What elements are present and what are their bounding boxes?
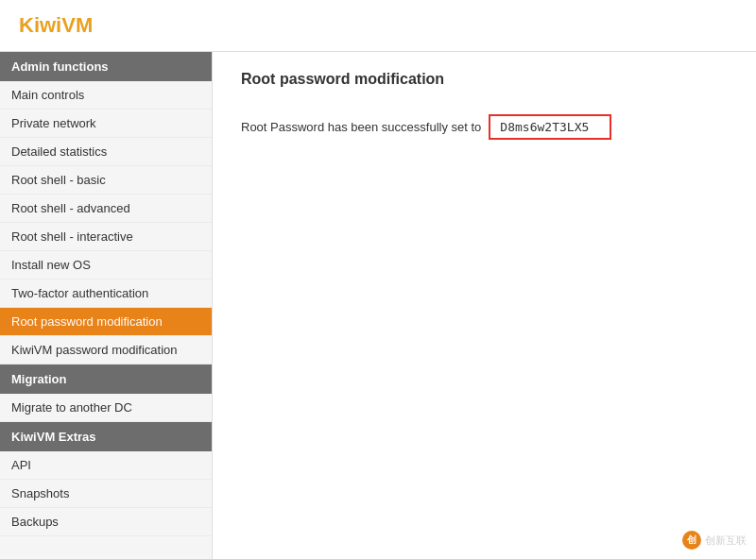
sidebar-section-migration: Migration (0, 364, 212, 394)
sidebar-item-root-shell-basic[interactable]: Root shell - basic (0, 166, 212, 195)
sidebar-item-root-shell-advanced[interactable]: Root shell - advanced (0, 195, 212, 223)
logo: KiwiVM (19, 13, 93, 38)
sidebar-item-two-factor-auth[interactable]: Two-factor authentication (0, 280, 212, 308)
password-value: D8ms6w2T3LX5 (489, 114, 611, 140)
header: KiwiVM (0, 0, 756, 52)
watermark-icon: 创 (682, 531, 701, 550)
page-title: Root password modification (241, 71, 728, 97)
sidebar-item-kiwi-password-modification[interactable]: KiwiVM password modification (0, 336, 212, 364)
sidebar-item-api[interactable]: API (0, 451, 212, 480)
sidebar-item-snapshots[interactable]: Snapshots (0, 480, 212, 508)
main-layout: Admin functions Main controls Private ne… (0, 52, 756, 559)
sidebar-item-backups[interactable]: Backups (0, 508, 212, 536)
success-message: Root Password has been successfully set … (241, 114, 728, 140)
sidebar: Admin functions Main controls Private ne… (0, 52, 213, 559)
sidebar-item-root-shell-interactive[interactable]: Root shell - interactive (0, 223, 212, 251)
sidebar-section-kiwi-extras: KiwiVM Extras (0, 422, 212, 451)
sidebar-item-detailed-statistics[interactable]: Detailed statistics (0, 138, 212, 166)
sidebar-item-migrate-to-dc[interactable]: Migrate to another DC (0, 394, 212, 422)
sidebar-item-main-controls[interactable]: Main controls (0, 81, 212, 110)
watermark-text: 创新互联 (705, 534, 747, 548)
content-area: Root password modification Root Password… (213, 52, 756, 559)
sidebar-item-root-password-modification[interactable]: Root password modification (0, 308, 212, 336)
sidebar-item-install-new-os[interactable]: Install new OS (0, 251, 212, 280)
watermark: 创 创新互联 (682, 531, 747, 550)
sidebar-item-private-network[interactable]: Private network (0, 110, 212, 138)
success-text: Root Password has been successfully set … (241, 120, 481, 134)
sidebar-section-admin: Admin functions (0, 52, 212, 81)
